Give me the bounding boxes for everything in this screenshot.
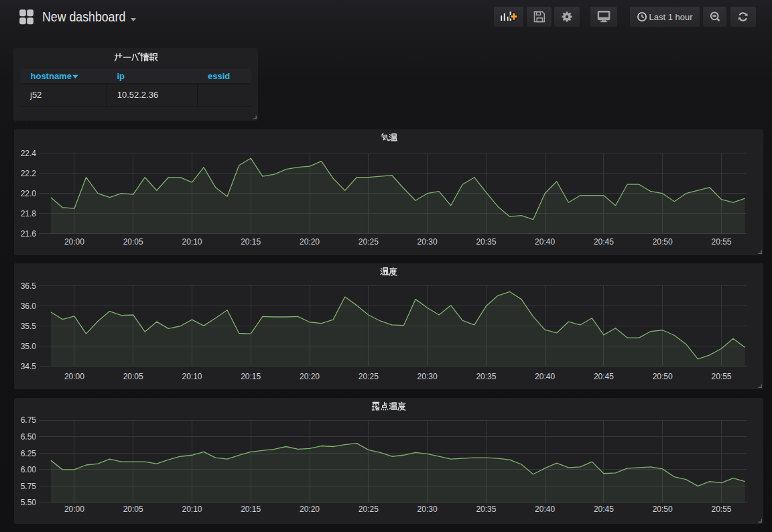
svg-text:20:15: 20:15 (241, 372, 261, 381)
svg-text:20:40: 20:40 (535, 504, 555, 513)
svg-text:20:25: 20:25 (358, 237, 378, 246)
svg-text:j52: j52 (29, 90, 42, 100)
svg-text:20:05: 20:05 (123, 237, 143, 246)
svg-text:20:20: 20:20 (299, 504, 319, 513)
svg-text:20:00: 20:00 (64, 504, 84, 513)
svg-text:6.75: 6.75 (20, 415, 36, 425)
svg-text:20:30: 20:30 (417, 237, 437, 246)
svg-text:20:00: 20:00 (64, 372, 84, 381)
svg-text:20:35: 20:35 (476, 237, 496, 246)
svg-text:35.5: 35.5 (20, 322, 36, 331)
svg-text:20:50: 20:50 (652, 504, 672, 513)
svg-text:ip: ip (117, 71, 125, 81)
svg-text:20:25: 20:25 (358, 372, 378, 381)
svg-text:21.8: 21.8 (20, 208, 36, 218)
svg-text:22.0: 22.0 (20, 188, 36, 198)
svg-text:20:55: 20:55 (711, 372, 731, 381)
svg-text:hostname: hostname (31, 71, 72, 81)
svg-text:21.6: 21.6 (20, 228, 36, 238)
svg-text:20:30: 20:30 (417, 372, 437, 381)
svg-text:20:00: 20:00 (64, 237, 84, 246)
svg-text:10.52.2.36: 10.52.2.36 (117, 90, 158, 100)
svg-text:35.0: 35.0 (20, 342, 36, 351)
svg-text:22.2: 22.2 (20, 168, 36, 178)
svg-text:20:45: 20:45 (593, 372, 613, 381)
svg-text:20:05: 20:05 (123, 372, 143, 381)
svg-text:20:30: 20:30 (417, 504, 437, 513)
svg-text:essid: essid (208, 71, 230, 81)
svg-text:20:45: 20:45 (593, 504, 613, 513)
svg-text:20:50: 20:50 (652, 372, 672, 381)
svg-text:20:40: 20:40 (535, 372, 555, 381)
svg-text:36.5: 36.5 (20, 281, 36, 291)
svg-text:5.75: 5.75 (20, 481, 36, 490)
svg-text:Last 1 hour: Last 1 hour (649, 12, 693, 22)
svg-text:20:45: 20:45 (593, 237, 613, 246)
svg-text:6.50: 6.50 (20, 432, 36, 442)
svg-text:5.50: 5.50 (20, 498, 36, 507)
svg-text:6.00: 6.00 (20, 465, 36, 474)
svg-text:20:35: 20:35 (476, 504, 496, 513)
svg-text:22.4: 22.4 (20, 148, 36, 157)
svg-text:20:10: 20:10 (182, 372, 202, 381)
svg-text:20:20: 20:20 (299, 372, 319, 381)
svg-text:20:50: 20:50 (652, 237, 672, 246)
svg-text:6.25: 6.25 (20, 448, 36, 458)
svg-text:20:10: 20:10 (182, 504, 202, 513)
svg-text:20:15: 20:15 (241, 504, 261, 513)
svg-text:20:25: 20:25 (358, 504, 378, 513)
svg-text:20:55: 20:55 (711, 237, 731, 246)
svg-text:20:55: 20:55 (711, 504, 731, 513)
svg-text:20:10: 20:10 (182, 237, 202, 246)
svg-text:20:35: 20:35 (476, 372, 496, 381)
svg-text:36.0: 36.0 (20, 302, 36, 311)
svg-text:20:05: 20:05 (123, 504, 143, 513)
svg-text:20:40: 20:40 (535, 237, 555, 246)
svg-text:20:15: 20:15 (241, 237, 261, 246)
svg-text:34.5: 34.5 (20, 362, 36, 371)
svg-text:20:20: 20:20 (299, 237, 319, 246)
